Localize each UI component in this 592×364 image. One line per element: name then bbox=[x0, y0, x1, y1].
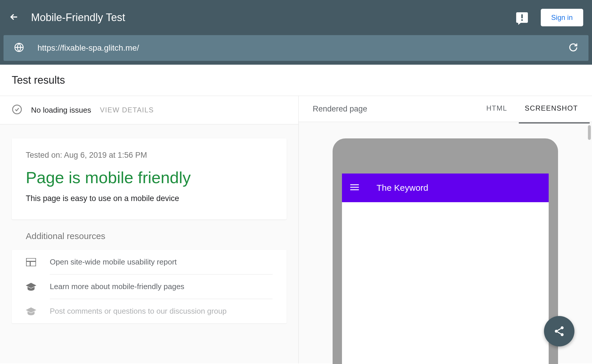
verdict-heading: Page is mobile friendly bbox=[26, 168, 273, 187]
left-column: No loading issues VIEW DETAILS Tested on… bbox=[0, 96, 299, 363]
graduation-cap-icon bbox=[26, 283, 36, 291]
globe-icon bbox=[14, 42, 24, 54]
additional-resources-title: Additional resources bbox=[26, 231, 298, 241]
main-area: No loading issues VIEW DETAILS Tested on… bbox=[0, 96, 592, 363]
webpage-icon bbox=[26, 258, 36, 266]
phone-screen: The Keyword bbox=[342, 174, 549, 364]
resource-row-discuss[interactable]: Post comments or questions to our discus… bbox=[12, 299, 287, 323]
tab-screenshot[interactable]: SCREENSHOT bbox=[525, 104, 578, 114]
svg-rect-1 bbox=[521, 19, 523, 21]
tab-html[interactable]: HTML bbox=[486, 104, 507, 114]
svg-point-3 bbox=[13, 105, 21, 114]
view-details-button[interactable]: VIEW DETAILS bbox=[100, 106, 154, 114]
feedback-icon[interactable] bbox=[516, 12, 528, 23]
results-title: Test results bbox=[12, 74, 580, 86]
resource-row-learn[interactable]: Learn more about mobile-friendly pages bbox=[12, 274, 287, 299]
right-tabs-bar: Rendered page HTML SCREENSHOT bbox=[299, 96, 592, 122]
checkmark-icon bbox=[12, 104, 22, 116]
share-button[interactable] bbox=[544, 316, 574, 346]
phone-frame: The Keyword bbox=[333, 138, 558, 364]
app-header: Mobile-Friendly Test Sign in bbox=[0, 0, 592, 35]
results-header: Test results bbox=[0, 65, 592, 96]
svg-point-11 bbox=[555, 330, 558, 333]
reload-icon[interactable] bbox=[569, 43, 578, 53]
hamburger-icon bbox=[350, 184, 359, 192]
resource-row-report[interactable]: Open site-wide mobile usability report bbox=[12, 250, 287, 274]
loading-status-text: No loading issues bbox=[31, 106, 91, 115]
resource-label: Learn more about mobile-friendly pages bbox=[50, 282, 273, 291]
url-bar[interactable]: https://fixable-spa.glitch.me/ bbox=[4, 35, 588, 61]
phone-app-title: The Keyword bbox=[377, 183, 428, 193]
rendered-page-label: Rendered page bbox=[313, 104, 469, 114]
svg-rect-4 bbox=[26, 258, 36, 266]
signin-button[interactable]: Sign in bbox=[541, 9, 583, 26]
resource-label: Post comments or questions to our discus… bbox=[50, 307, 273, 316]
svg-point-10 bbox=[561, 326, 564, 329]
tested-on-text: Tested on: Aug 6, 2019 at 1:56 PM bbox=[26, 151, 273, 160]
back-arrow-icon[interactable] bbox=[9, 12, 19, 23]
loading-status-bar: No loading issues VIEW DETAILS bbox=[0, 96, 298, 124]
resources-card: Open site-wide mobile usability report L… bbox=[12, 250, 287, 323]
resource-label: Open site-wide mobile usability report bbox=[50, 257, 273, 267]
app-title: Mobile-Friendly Test bbox=[31, 11, 516, 24]
scrollbar[interactable] bbox=[588, 125, 591, 140]
svg-rect-0 bbox=[521, 14, 523, 18]
graduation-cap-icon bbox=[26, 307, 36, 315]
svg-point-12 bbox=[561, 333, 564, 336]
url-bar-wrapper: https://fixable-spa.glitch.me/ bbox=[0, 35, 592, 65]
verdict-subtext: This page is easy to use on a mobile dev… bbox=[26, 194, 273, 203]
url-text: https://fixable-spa.glitch.me/ bbox=[37, 43, 569, 53]
result-card: Tested on: Aug 6, 2019 at 1:56 PM Page i… bbox=[12, 138, 287, 219]
phone-appbar: The Keyword bbox=[342, 174, 549, 202]
